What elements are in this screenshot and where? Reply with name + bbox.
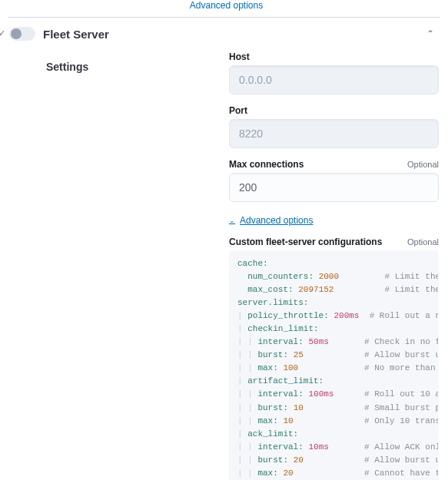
yaml-editor[interactable]: cache: num_counters: 2000 # Limit the si… [229,250,439,480]
custom-config-row: Custom fleet-server configurations Optio… [229,237,439,480]
max-connections-input[interactable] [229,173,439,202]
fleet-server-title: Fleet Server [43,28,426,41]
check-icon: ✓ [0,28,5,38]
page-root: Advanced options ✓ Fleet Server ⌃ Settin… [0,0,448,480]
max-connections-label: Max connections [229,159,407,170]
port-row: Port [229,105,439,148]
collapse-caret-icon[interactable]: ⌃ [426,28,439,39]
host-label: Host [229,51,439,62]
settings-label: Settings [46,61,211,73]
chevron-down-icon: ⌄ [229,217,235,224]
port-label: Port [229,105,439,116]
custom-config-optional: Optional [407,237,439,247]
prev-advanced-options-link[interactable]: Advanced options [8,0,440,11]
settings-sidebar: Settings [9,51,211,480]
max-connections-row: Max connections Optional [229,159,439,202]
fleet-server-body: Settings Host Port Max connections Optio… [8,47,440,480]
custom-config-label: Custom fleet-server configurations [229,237,407,247]
settings-form: Host Port Max connections Optional ⌄ [229,51,439,480]
host-input[interactable] [229,65,439,94]
port-input[interactable] [229,119,439,148]
prev-advanced-options-label: Advanced options [190,0,263,11]
host-row: Host [229,51,439,94]
max-connections-optional: Optional [407,160,439,169]
fleet-server-header: ✓ Fleet Server ⌃ [8,18,440,47]
advanced-options-toggle[interactable]: ⌄ Advanced options [229,215,313,226]
fleet-server-toggle[interactable]: ✓ [9,27,35,41]
advanced-options-label: Advanced options [240,215,313,226]
toggle-knob [11,28,22,39]
